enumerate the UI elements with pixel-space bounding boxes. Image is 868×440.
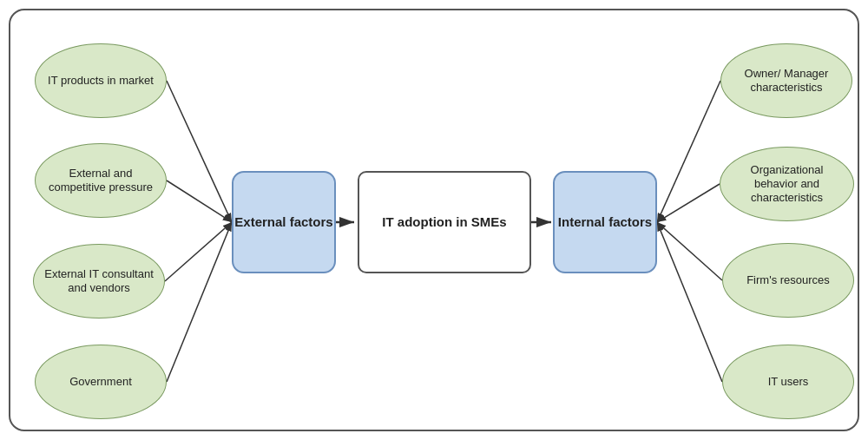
svg-line-4 (167, 181, 232, 222)
diagram-container: IT products in market External and compe… (9, 9, 859, 431)
ellipse-ext-competitive: External and competitive pressure (35, 143, 167, 218)
svg-line-10 (657, 184, 720, 222)
svg-line-12 (657, 222, 722, 382)
svg-line-6 (167, 222, 232, 382)
ellipse-ext-it-consultant: External IT consultant and vendors (33, 244, 165, 319)
external-factors-box: External factors (232, 171, 336, 273)
svg-line-5 (165, 222, 232, 281)
internal-factors-box: Internal factors (553, 171, 657, 273)
svg-line-3 (167, 81, 232, 222)
ellipse-it-users: IT users (722, 345, 854, 419)
svg-line-9 (657, 81, 720, 222)
ellipse-org-behavior: Organizational behavior and characterist… (720, 147, 854, 221)
ellipse-government: Government (35, 345, 167, 419)
ellipse-it-products: IT products in market (35, 43, 167, 118)
svg-line-11 (657, 222, 722, 280)
ellipse-owner-manager: Owner/ Manager characteristics (720, 43, 852, 118)
ellipse-firm-resources: Firm's resources (722, 243, 854, 318)
it-adoption-box: IT adoption in SMEs (358, 171, 531, 273)
